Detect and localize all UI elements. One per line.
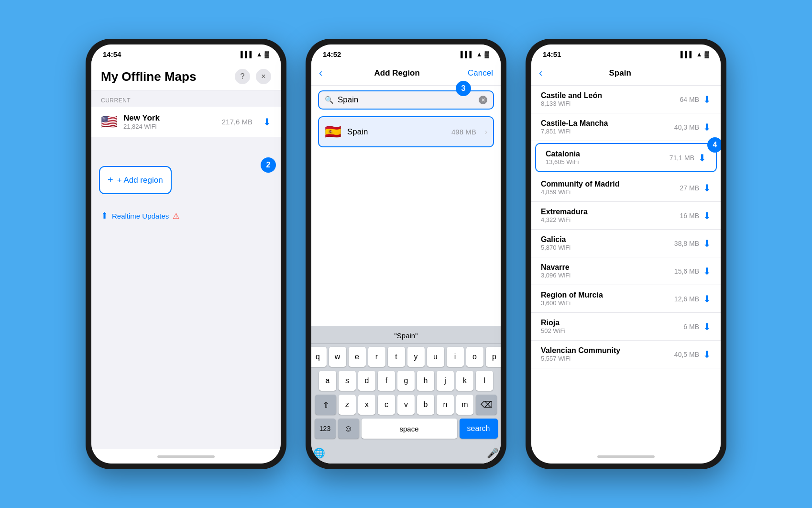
key-j[interactable]: j xyxy=(437,371,454,391)
key-z[interactable]: z xyxy=(339,395,356,415)
key-p[interactable]: p xyxy=(486,347,501,367)
key-d[interactable]: d xyxy=(358,371,375,391)
region-item-catalonia[interactable]: Catalonia 13,605 WiFi 71,1 MB ⬇ 4 xyxy=(535,143,717,172)
key-w[interactable]: w xyxy=(329,347,346,367)
region-info: Navarre 3,096 WiFi xyxy=(541,263,571,279)
download-icon-4[interactable]: ⬇ xyxy=(703,210,711,221)
status-icons-2: ▌▌▌ ▲ ▓ xyxy=(461,51,489,58)
region-right: 40,3 MB ⬇ xyxy=(674,121,711,133)
status-bar-3: 14:51 ▌▌▌ ▲ ▓ xyxy=(531,44,721,61)
region-sub: 5,870 WiFi xyxy=(541,244,571,251)
region-info: Extremadura 4,322 WiFi xyxy=(541,208,588,223)
spain-search-result[interactable]: 🇪🇸 Spain 498 MB › xyxy=(318,116,494,147)
add-region-label: + Add region xyxy=(117,176,163,185)
download-icon-0[interactable]: ⬇ xyxy=(703,94,711,105)
step-3-bubble: 3 xyxy=(456,81,471,96)
suggestion-word[interactable]: "Spain" xyxy=(311,330,501,342)
region-sub: 5,557 WiFi xyxy=(541,355,620,362)
key-b[interactable]: b xyxy=(417,395,434,415)
key-q[interactable]: q xyxy=(311,347,327,367)
key-v[interactable]: v xyxy=(397,395,415,415)
region-item-castile-and-león[interactable]: Castile and León 8,133 WiFi 64 MB ⬇ xyxy=(531,86,721,113)
shift-key[interactable]: ⇧ xyxy=(315,395,336,415)
globe-icon[interactable]: 🌐 xyxy=(313,447,325,459)
region-size: 6 MB xyxy=(683,323,699,331)
key-l[interactable]: l xyxy=(476,371,493,391)
region-item-valencian-community[interactable]: Valencian Community 5,557 WiFi 40,5 MB ⬇ xyxy=(531,341,721,368)
key-e[interactable]: e xyxy=(349,347,366,367)
back-button-3[interactable]: ‹ xyxy=(539,67,546,79)
new-york-map-size: 217,6 MB xyxy=(222,118,252,126)
wifi-icon-3: ▲ xyxy=(696,51,702,58)
home-bar-3 xyxy=(597,455,655,458)
wifi-icon-2: ▲ xyxy=(476,51,483,58)
backspace-key[interactable]: ⌫ xyxy=(476,395,497,415)
download-icon-1[interactable]: ⬇ xyxy=(703,121,711,133)
download-icon-9[interactable]: ⬇ xyxy=(703,349,711,360)
key-c[interactable]: c xyxy=(378,395,395,415)
status-time-1: 14:54 xyxy=(103,50,121,58)
region-item-region-of-murcia[interactable]: Region of Murcia 3,600 WiFi 12,6 MB ⬇ xyxy=(531,285,721,313)
realtime-updates-row[interactable]: ⬆ Realtime Updates ⚠ xyxy=(91,204,281,228)
key-y[interactable]: y xyxy=(407,347,425,367)
key-f[interactable]: f xyxy=(378,371,395,391)
key-h[interactable]: h xyxy=(417,371,434,391)
key-x[interactable]: x xyxy=(358,395,375,415)
region-item-galicia[interactable]: Galicia 5,870 WiFi 38,8 MB ⬇ xyxy=(531,230,721,257)
add-region-nav-header: ‹ Add Region Cancel xyxy=(311,61,501,86)
region-item-castile-la-mancha[interactable]: Castile-La Mancha 7,851 WiFi 40,3 MB ⬇ xyxy=(531,113,721,141)
region-info: Galicia 5,870 WiFi xyxy=(541,235,571,251)
download-icon[interactable]: ⬇ xyxy=(263,116,271,128)
back-button-2[interactable]: ‹ xyxy=(319,67,326,79)
key-u[interactable]: u xyxy=(427,347,444,367)
num-key[interactable]: 123 xyxy=(315,419,336,439)
key-t[interactable]: t xyxy=(388,347,405,367)
region-sub: 4,859 WiFi xyxy=(541,188,619,196)
kb-row-1: q w e r t y u i o p xyxy=(313,347,499,367)
help-button[interactable]: ? xyxy=(235,69,250,84)
signal-icon-2: ▌▌▌ xyxy=(461,51,474,58)
region-item-extremadura[interactable]: Extremadura 4,322 WiFi 16 MB ⬇ xyxy=(531,202,721,230)
emoji-key[interactable]: ☺ xyxy=(338,419,359,439)
realtime-label: Realtime Updates xyxy=(112,212,169,220)
add-region-button[interactable]: + + Add region xyxy=(99,166,172,194)
search-input[interactable]: Spain xyxy=(338,95,475,105)
region-item-community-of-madrid[interactable]: Community of Madrid 4,859 WiFi 27 MB ⬇ xyxy=(531,174,721,202)
download-icon-5[interactable]: ⬇ xyxy=(703,238,711,249)
download-icon-8[interactable]: ⬇ xyxy=(703,321,711,332)
key-i[interactable]: i xyxy=(447,347,464,367)
offline-maps-screen: My Offline Maps ? × CURRENT 🇺🇸 New York … xyxy=(91,61,281,449)
key-s[interactable]: s xyxy=(339,371,356,391)
key-n[interactable]: n xyxy=(437,395,454,415)
space-key[interactable]: space xyxy=(362,419,457,439)
current-section-label: CURRENT xyxy=(91,90,281,107)
key-m[interactable]: m xyxy=(456,395,473,415)
download-icon-2[interactable]: ⬇ xyxy=(698,152,706,164)
download-icon-7[interactable]: ⬇ xyxy=(703,293,711,305)
region-item-rioja[interactable]: Rioja 502 WiFi 6 MB ⬇ xyxy=(531,313,721,341)
kb-bottom: 🌐 🎤 xyxy=(311,445,501,464)
key-g[interactable]: g xyxy=(397,371,415,391)
download-icon-6[interactable]: ⬇ xyxy=(703,265,711,277)
key-a[interactable]: a xyxy=(319,371,336,391)
region-item-navarre[interactable]: Navarre 3,096 WiFi 15,6 MB ⬇ xyxy=(531,257,721,285)
key-k[interactable]: k xyxy=(456,371,473,391)
mic-icon[interactable]: 🎤 xyxy=(487,447,499,459)
search-key[interactable]: search xyxy=(460,419,498,439)
new-york-map-item[interactable]: 🇺🇸 New York 21,824 WiFi 217,6 MB ⬇ xyxy=(91,107,281,137)
download-icon-3[interactable]: ⬇ xyxy=(703,182,711,194)
kb-row-3: ⇧ z x c v b n m ⌫ xyxy=(313,395,499,415)
search-clear-button[interactable]: ✕ xyxy=(479,96,487,104)
region-name: Community of Madrid xyxy=(541,180,619,188)
status-time-2: 14:52 xyxy=(323,50,341,58)
region-name: Rioja xyxy=(541,319,565,327)
realtime-alert-icon: ⚠ xyxy=(173,211,179,221)
cancel-button-2[interactable]: Cancel xyxy=(468,68,493,78)
key-r[interactable]: r xyxy=(368,347,385,367)
wifi-icon: ▲ xyxy=(256,51,263,58)
close-button[interactable]: × xyxy=(256,69,271,84)
key-o[interactable]: o xyxy=(466,347,483,367)
spain-result-size: 498 MB xyxy=(451,128,476,136)
region-size: 40,5 MB xyxy=(674,351,699,358)
region-right: 71,1 MB ⬇ xyxy=(669,152,706,164)
